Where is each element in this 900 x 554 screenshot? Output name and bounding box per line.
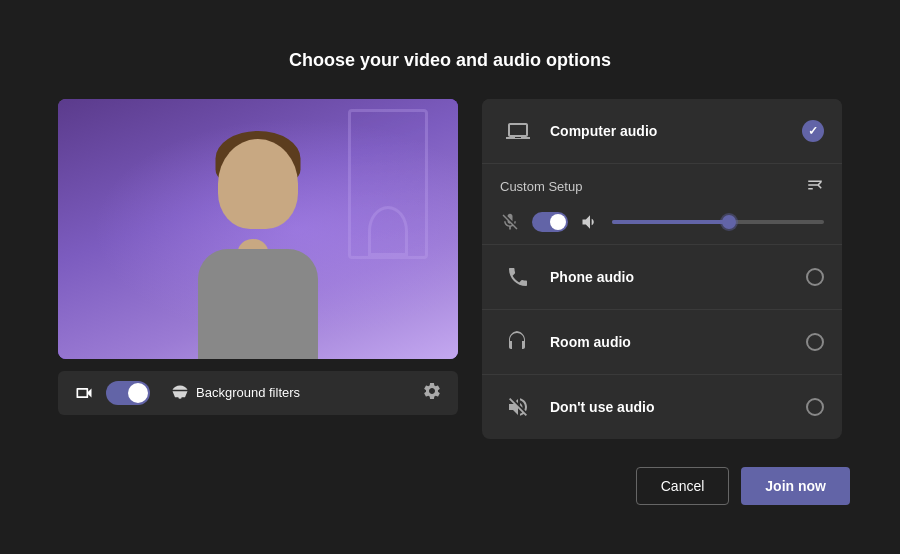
mic-toggle-knob	[550, 214, 566, 230]
room-audio-radio	[806, 333, 824, 351]
phone-audio-option[interactable]: Phone audio	[482, 245, 842, 310]
person-body	[198, 249, 318, 359]
volume-slider-fill	[612, 220, 729, 224]
custom-setup-icon[interactable]	[806, 176, 824, 198]
check-icon: ✓	[808, 124, 818, 138]
mic-toggle[interactable]	[532, 212, 568, 232]
building-shape	[348, 109, 428, 259]
toggle-knob	[128, 383, 148, 403]
custom-setup-header: Custom Setup	[500, 176, 824, 198]
camera-button[interactable]	[74, 383, 94, 403]
volume-slider-thumb	[722, 215, 736, 229]
no-audio-icon	[500, 389, 536, 425]
video-toggle[interactable]	[106, 381, 150, 405]
custom-setup-section: Custom Setup	[482, 164, 842, 245]
no-audio-label: Don't use audio	[550, 399, 806, 415]
video-preview	[58, 99, 458, 359]
computer-audio-check: ✓	[802, 120, 824, 142]
video-panel: Background filters	[58, 99, 458, 415]
computer-audio-icon	[500, 113, 536, 149]
person-head	[218, 139, 298, 229]
microphone-muted-icon	[500, 212, 520, 232]
building-arch	[368, 206, 408, 256]
room-audio-label: Room audio	[550, 334, 806, 350]
page-title: Choose your video and audio options	[289, 50, 611, 71]
phone-audio-radio	[806, 268, 824, 286]
room-audio-icon	[500, 324, 536, 360]
audio-controls-row	[500, 208, 824, 236]
speaker-icon	[580, 212, 600, 232]
background-filters-label: Background filters	[196, 385, 300, 400]
computer-audio-label: Computer audio	[550, 123, 802, 139]
phone-audio-label: Phone audio	[550, 269, 806, 285]
video-controls-bar: Background filters	[58, 371, 458, 415]
background-building	[348, 109, 428, 259]
phone-audio-icon	[500, 259, 536, 295]
custom-setup-label: Custom Setup	[500, 179, 582, 194]
background-filters-button[interactable]: Background filters	[170, 383, 300, 403]
audio-options-panel: Computer audio ✓ Custom Setup	[482, 99, 842, 439]
video-settings-button[interactable]	[422, 381, 442, 405]
computer-audio-option[interactable]: Computer audio ✓	[482, 99, 842, 164]
no-audio-radio	[806, 398, 824, 416]
join-now-button[interactable]: Join now	[741, 467, 850, 505]
room-audio-option[interactable]: Room audio	[482, 310, 842, 375]
no-audio-option[interactable]: Don't use audio	[482, 375, 842, 439]
person-figure	[168, 119, 348, 359]
main-content: Background filters Computer audio ✓	[58, 99, 842, 439]
video-inner	[58, 99, 458, 359]
volume-slider[interactable]	[612, 220, 824, 224]
action-buttons: Cancel Join now	[50, 467, 850, 505]
cancel-button[interactable]: Cancel	[636, 467, 730, 505]
